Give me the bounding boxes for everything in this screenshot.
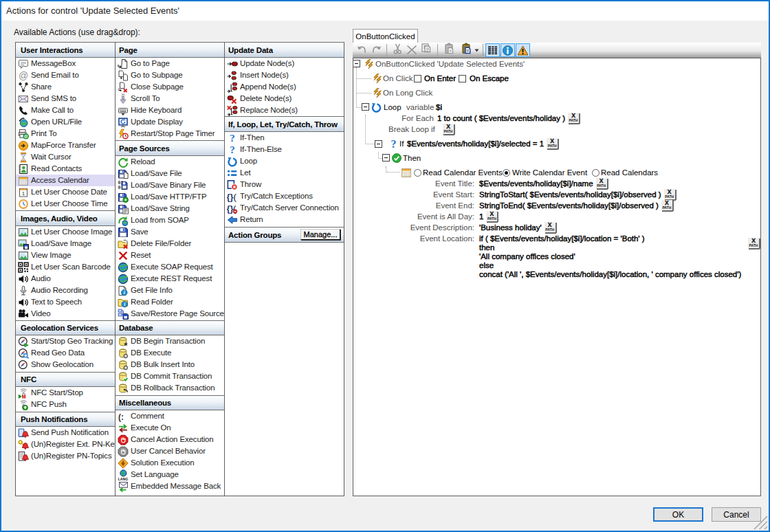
svg-text:0: 0 [118, 185, 121, 190]
svg-text:{}: {} [227, 191, 234, 201]
svg-text:(:: (: [118, 412, 124, 421]
svg-text:@: @ [19, 70, 28, 81]
svg-text:LANG: LANG [118, 476, 129, 480]
svg-text:1: 1 [22, 190, 25, 197]
svg-text:?: ? [391, 139, 397, 149]
svg-text:?: ? [230, 133, 235, 144]
svg-text:@: @ [24, 134, 28, 138]
svg-text:(: ( [234, 192, 237, 202]
svg-text:?: ? [230, 144, 235, 155]
